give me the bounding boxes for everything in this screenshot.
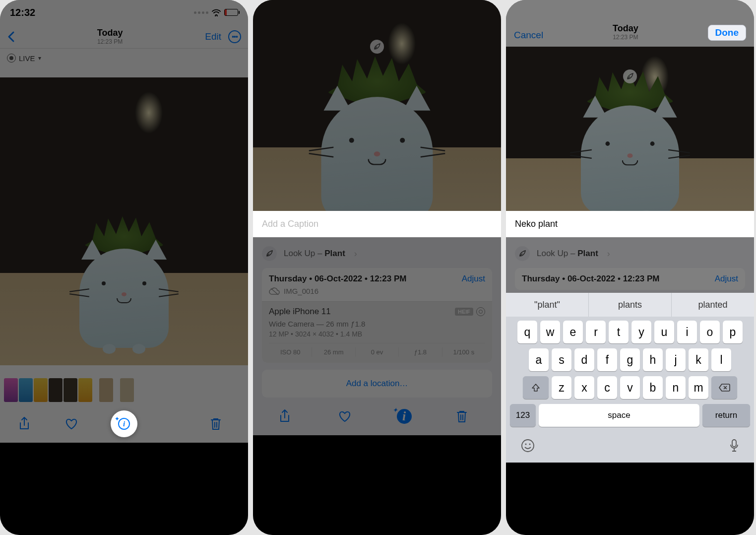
key-t[interactable]: t	[609, 321, 629, 343]
space-key[interactable]: space	[539, 404, 699, 427]
key-l[interactable]: l	[711, 348, 731, 371]
favorite-button[interactable]	[64, 417, 84, 430]
lookup-text: Look Up – Plant	[537, 249, 598, 259]
exif-focal: 26 mm	[312, 347, 355, 357]
key-s[interactable]: s	[552, 348, 571, 371]
thumbnail-current[interactable]	[99, 378, 113, 402]
thumbnail[interactable]	[78, 378, 92, 402]
photo-content	[0, 77, 248, 365]
favorite-button[interactable]	[338, 410, 358, 423]
caption-input[interactable]: Neko plant	[506, 211, 754, 237]
dictation-button[interactable]	[729, 439, 739, 453]
thumbnail[interactable]	[34, 378, 48, 402]
back-button[interactable]	[7, 31, 15, 43]
caption-input[interactable]: Add a Caption	[253, 211, 501, 237]
key-m[interactable]: m	[689, 376, 708, 399]
visual-lookup-badge[interactable]	[623, 69, 637, 83]
more-button[interactable]: •••	[228, 30, 241, 43]
photo-viewer[interactable]	[0, 67, 248, 375]
thumbnail-strip[interactable]	[0, 375, 248, 405]
key-z[interactable]: z	[552, 376, 571, 399]
bottom-toolbar: ✦i	[253, 398, 501, 435]
device-name: Apple iPhone 11	[269, 307, 331, 317]
battery-icon	[224, 9, 238, 16]
key-r[interactable]: r	[586, 321, 606, 343]
photo-content	[253, 12, 501, 211]
share-button[interactable]	[279, 409, 299, 424]
keyboard-bottom	[506, 432, 754, 463]
info-button-highlighted[interactable]: ✦ i	[111, 410, 137, 437]
key-h[interactable]: h	[643, 348, 663, 371]
info-date: Thursday • 06-Oct-2022 • 12:23 PM	[269, 274, 406, 284]
shift-key[interactable]	[523, 376, 549, 399]
key-w[interactable]: w	[540, 321, 560, 343]
key-b[interactable]: b	[643, 376, 663, 399]
svg-point-2	[529, 444, 531, 445]
sparkle-icon: ✦	[393, 407, 397, 413]
key-n[interactable]: n	[666, 376, 686, 399]
suggestion-bar: "plant" plants planted	[506, 293, 754, 317]
key-i[interactable]: i	[677, 321, 697, 343]
lookup-row[interactable]: Look Up – Plant ›	[515, 244, 745, 268]
live-photo-badge[interactable]: LIVE ▾	[0, 49, 248, 67]
info-filename: IMG_0016	[284, 287, 318, 295]
svg-point-1	[525, 444, 527, 445]
sparkle-icon: ✦	[115, 415, 120, 422]
thumbnail[interactable]	[120, 378, 134, 402]
visual-lookup-badge[interactable]	[370, 40, 384, 54]
numeric-key[interactable]: 123	[510, 404, 536, 427]
photo-viewer[interactable]	[506, 47, 754, 211]
add-location-button[interactable]: Add a location…	[262, 370, 492, 398]
screenshot-1: 12:32 Today 12:23 PM Edit ••• LIVE ▾	[0, 0, 248, 535]
key-a[interactable]: a	[529, 348, 549, 371]
suggestion[interactable]: plants	[589, 293, 672, 317]
key-x[interactable]: x	[574, 376, 594, 399]
info-button-active[interactable]: ✦i	[397, 409, 417, 424]
key-v[interactable]: v	[620, 376, 640, 399]
lookup-row[interactable]: Look Up – Plant ›	[262, 244, 492, 268]
cancel-button[interactable]: Cancel	[514, 30, 543, 41]
delete-button[interactable]	[210, 417, 230, 431]
home-indicator[interactable]	[340, 529, 414, 531]
chevron-down-icon: ▾	[38, 55, 41, 62]
exif-shutter: 1/100 s	[442, 347, 485, 357]
home-indicator[interactable]	[87, 529, 161, 531]
key-g[interactable]: g	[620, 348, 640, 371]
key-e[interactable]: e	[563, 321, 583, 343]
key-j[interactable]: j	[666, 348, 686, 371]
exif-iso: ISO 80	[269, 347, 312, 357]
key-q[interactable]: q	[517, 321, 537, 343]
bottom-toolbar: ✦ i	[0, 405, 248, 443]
adjust-button[interactable]: Adjust	[462, 274, 485, 284]
status-time: 12:32	[10, 7, 35, 18]
thumbnail[interactable]	[4, 378, 18, 402]
key-k[interactable]: k	[689, 348, 708, 371]
exif-ev: 0 ev	[356, 347, 399, 357]
suggestion[interactable]: "plant"	[506, 293, 589, 317]
thumbnail[interactable]	[63, 378, 77, 402]
return-key[interactable]: return	[702, 404, 750, 427]
key-u[interactable]: u	[654, 321, 674, 343]
cloud-icon	[269, 287, 280, 295]
done-button[interactable]: Done	[708, 25, 747, 41]
backspace-key[interactable]	[711, 376, 737, 399]
thumbnail[interactable]	[49, 378, 63, 402]
photo-viewer[interactable]	[253, 12, 501, 211]
key-d[interactable]: d	[574, 348, 594, 371]
share-button[interactable]	[18, 416, 38, 431]
key-o[interactable]: o	[700, 321, 720, 343]
cellular-icon	[194, 11, 208, 14]
nav-title-sub: 12:23 PM	[543, 34, 707, 41]
key-y[interactable]: y	[631, 321, 651, 343]
edit-button[interactable]: Edit	[205, 31, 221, 42]
key-f[interactable]: f	[597, 348, 617, 371]
key-p[interactable]: p	[723, 321, 743, 343]
status-right	[194, 9, 238, 16]
thumbnail[interactable]	[19, 378, 33, 402]
emoji-button[interactable]	[521, 439, 535, 453]
key-c[interactable]: c	[597, 376, 617, 399]
info-icon: i	[118, 418, 130, 430]
suggestion[interactable]: planted	[672, 293, 754, 317]
delete-button[interactable]	[456, 409, 476, 423]
adjust-button[interactable]: Adjust	[715, 274, 738, 284]
